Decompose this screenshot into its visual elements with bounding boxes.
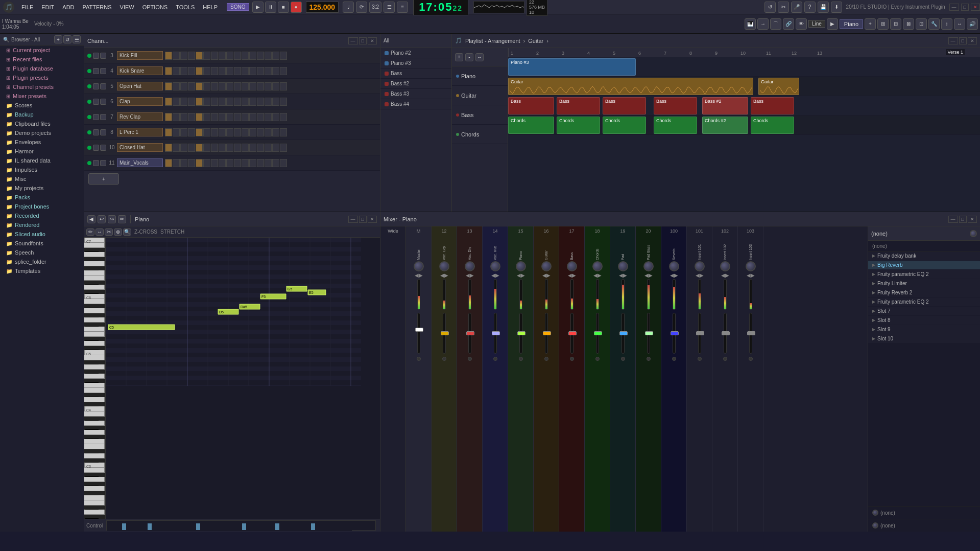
mixer-view-btn[interactable]: ≡ [397, 2, 408, 13]
channel-mute[interactable] [93, 83, 99, 89]
pr-undo[interactable]: ↩ [98, 215, 106, 223]
mixer-pan-arrows[interactable]: ◀▶ [568, 272, 576, 278]
channel-row-8[interactable]: 8 L Perc 1 [84, 125, 380, 140]
pad-15[interactable] [280, 113, 287, 121]
pad-5[interactable] [203, 144, 210, 152]
pad-2[interactable] [180, 52, 187, 60]
browser-menu-btn[interactable]: ☰ [73, 35, 81, 43]
pad-15[interactable] [280, 144, 287, 152]
pad-15[interactable] [280, 67, 287, 75]
track-label-chords[interactable]: Chords [452, 125, 508, 144]
menu-file[interactable]: FILE [17, 0, 37, 14]
pad-11[interactable] [249, 159, 256, 167]
pad-12[interactable] [257, 52, 264, 60]
pad-11[interactable] [249, 128, 256, 136]
mixer-ch-led[interactable] [519, 357, 523, 361]
piano-key-D5[interactable] [84, 397, 105, 402]
pad-8[interactable] [226, 159, 233, 167]
pad-12[interactable] [257, 82, 264, 90]
pad-12[interactable] [257, 159, 264, 167]
mixer-ch-name[interactable]: Voc. Rvb [493, 235, 497, 260]
pad-10[interactable] [242, 98, 249, 106]
piano-key-A#3[interactable] [85, 473, 99, 477]
pad-15[interactable] [280, 52, 287, 60]
pad-9[interactable] [234, 82, 241, 90]
clip-chords[interactable]: Chords [557, 117, 600, 134]
pr-pencil[interactable]: ✏ [118, 215, 126, 223]
piano-key-C#6[interactable] [85, 346, 99, 350]
mixer-ch-name[interactable]: Insert 101 [698, 235, 701, 260]
pad-11[interactable] [249, 67, 256, 75]
channel-name[interactable]: Closed Hat [117, 143, 163, 152]
browser-item-splice_folder[interactable]: 📁splice_folder [0, 257, 84, 266]
pad-8[interactable] [226, 52, 233, 60]
piano-key-F#3[interactable] [85, 491, 99, 495]
piano-tool-4[interactable]: 🔗 [783, 18, 794, 30]
mixer-pan-arrows[interactable]: ◀▶ [440, 272, 448, 278]
pad-10[interactable] [242, 128, 249, 136]
mixer-fader-track[interactable] [698, 313, 701, 354]
pad-6[interactable] [211, 98, 218, 106]
clip-guitar[interactable]: Guitar [508, 78, 753, 95]
piano-key-F4[interactable] [84, 439, 105, 444]
mixer-pan-arrows[interactable]: ◀▶ [747, 272, 755, 278]
browser-item-plugin-presets[interactable]: ⊞Plugin presets [0, 73, 84, 82]
browser-add-btn[interactable]: + [54, 35, 62, 43]
tb-icon-2[interactable]: ⊟ [890, 18, 901, 30]
pad-0[interactable] [165, 52, 172, 60]
piano-key-D7[interactable] [84, 285, 105, 290]
pad-11[interactable] [249, 113, 256, 121]
pad-3[interactable] [188, 113, 195, 121]
clip-bass[interactable]: Bass [508, 97, 554, 114]
menu-edit[interactable]: EDIT [37, 0, 58, 14]
pad-14[interactable] [272, 128, 279, 136]
mixer-ch-led[interactable] [723, 357, 727, 361]
pad-2[interactable] [180, 128, 187, 136]
cr-close[interactable]: ✕ [368, 37, 377, 44]
piano-tool-3[interactable]: ⌒ [770, 18, 781, 30]
record-button[interactable]: ● [291, 2, 302, 13]
browser-item-scores[interactable]: 📁Scores [0, 101, 84, 110]
pad-13[interactable] [265, 159, 272, 167]
fx-bottom-send-1[interactable]: (none) [868, 506, 980, 519]
piano-list-item[interactable]: Bass #3 [380, 89, 451, 99]
save-btn[interactable]: 💾 [818, 2, 829, 13]
channel-mute[interactable] [93, 145, 99, 151]
piano-key-A#7[interactable] [85, 248, 99, 252]
mic-btn[interactable]: 🎤 [791, 2, 802, 13]
pad-7[interactable] [219, 67, 226, 75]
piano-key-E3[interactable] [84, 500, 105, 506]
tb-icon-4[interactable]: ⊡ [916, 18, 927, 30]
pad-8[interactable] [226, 113, 233, 121]
pad-8[interactable] [226, 128, 233, 136]
piano-key-C7[interactable]: C7 [84, 238, 105, 243]
mixer-fader-track[interactable] [673, 313, 676, 354]
pad-0[interactable] [165, 98, 172, 106]
tempo-display[interactable]: 125.000 [306, 2, 339, 13]
control-graph[interactable] [106, 520, 376, 531]
pad-10[interactable] [242, 144, 249, 152]
pl-zoom-in[interactable]: + [455, 53, 463, 61]
piano-key-A#4[interactable] [85, 417, 99, 421]
pad-12[interactable] [257, 113, 264, 121]
pl-zoom-out[interactable]: - [465, 53, 473, 61]
mx-close[interactable]: ✕ [968, 216, 977, 223]
pad-7[interactable] [219, 98, 226, 106]
pr-tool-4[interactable]: ⊗ [114, 228, 122, 236]
mixer-ch-name[interactable]: Guitar [544, 235, 548, 260]
pad-5[interactable] [203, 52, 210, 60]
piano-key-A3[interactable] [84, 477, 105, 482]
pad-13[interactable] [265, 128, 272, 136]
pr-minimize[interactable]: — [348, 216, 358, 223]
menu-tools[interactable]: TOOLS [172, 0, 199, 14]
cut-btn[interactable]: ✂ [778, 2, 789, 13]
pad-12[interactable] [257, 67, 264, 75]
pl-close[interactable]: ✕ [968, 37, 977, 44]
browser-item-templates[interactable]: 📁Templates [0, 266, 84, 276]
pad-4[interactable] [196, 128, 203, 136]
mixer-ch-led[interactable] [749, 357, 753, 361]
fx-effect-big-reverb[interactable]: ▶Big Reverb [868, 261, 980, 270]
close-btn[interactable]: ✕ [971, 4, 980, 11]
mixer-pan-arrows[interactable]: ◀▶ [491, 272, 499, 278]
channel-name[interactable]: Main_Vocals [117, 158, 163, 167]
